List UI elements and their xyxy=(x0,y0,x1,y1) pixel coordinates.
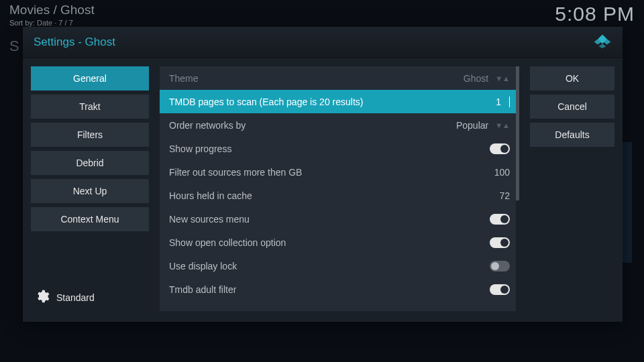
updown-icon: ▼▲ xyxy=(495,121,510,129)
setting-show-progress[interactable]: Show progress xyxy=(160,137,519,160)
setting-label: Order networks by xyxy=(169,120,246,131)
setting-value: Popular xyxy=(456,120,488,131)
setting-label: Hours held in cache xyxy=(169,190,252,201)
category-debrid[interactable]: Debrid xyxy=(31,151,149,175)
toggle-on-icon xyxy=(490,143,510,154)
toggle-on-icon xyxy=(490,237,510,248)
ok-button[interactable]: OK xyxy=(530,66,614,90)
action-buttons: OK Cancel Defaults xyxy=(530,66,614,311)
updown-icon: ▼▲ xyxy=(495,74,510,82)
setting-open-collection[interactable]: Show open collection option xyxy=(160,231,519,254)
settings-list: Theme Ghost ▼▲ TMDB pages to scan (Each … xyxy=(160,66,519,311)
category-next-up[interactable]: Next Up xyxy=(31,179,149,203)
setting-label: Theme xyxy=(169,73,199,84)
setting-label: TMDB pages to scan (Each page is 20 resu… xyxy=(169,97,363,107)
setting-label: New sources menu xyxy=(169,214,250,225)
setting-filter-gb[interactable]: Filter out sources more then GB 100 xyxy=(160,160,519,184)
setting-value: 1 xyxy=(496,97,501,107)
setting-label: Use display lock xyxy=(169,261,237,272)
category-sidebar: General Trakt Filters Debrid Next Up Con… xyxy=(31,66,149,311)
setting-value: 72 xyxy=(499,190,510,201)
setting-label: Show progress xyxy=(169,143,231,154)
breadcrumb: Movies / Ghost xyxy=(9,3,95,17)
category-filters[interactable]: Filters xyxy=(31,123,149,147)
category-trakt[interactable]: Trakt xyxy=(31,95,149,119)
setting-new-sources[interactable]: New sources menu xyxy=(160,207,519,231)
settings-level-label: Standard xyxy=(56,292,95,303)
cancel-button[interactable]: Cancel xyxy=(530,95,614,119)
top-bar: Movies / Ghost Sort by: Date · 7 / 7 5:0… xyxy=(9,3,635,27)
gear-icon xyxy=(35,289,50,306)
setting-tmdb-pages[interactable]: TMDB pages to scan (Each page is 20 resu… xyxy=(160,90,519,113)
setting-value: Ghost xyxy=(464,73,488,84)
setting-adult-filter[interactable]: Tmdb adult filter xyxy=(160,278,519,301)
bg-letter: S xyxy=(9,38,19,55)
toggle-off-icon xyxy=(490,261,510,272)
setting-theme[interactable]: Theme Ghost ▼▲ xyxy=(160,66,519,90)
setting-label: Tmdb adult filter xyxy=(169,284,236,295)
modal-title: Settings - Ghost xyxy=(34,36,115,49)
text-caret xyxy=(509,97,510,107)
modal-body: General Trakt Filters Debrid Next Up Con… xyxy=(23,58,623,322)
kodi-logo-icon xyxy=(593,34,612,51)
toggle-on-icon xyxy=(490,284,510,295)
setting-label: Show open collection option xyxy=(169,237,286,248)
sort-line: Sort by: Date · 7 / 7 xyxy=(9,19,95,27)
category-context-menu[interactable]: Context Menu xyxy=(31,207,149,231)
category-general[interactable]: General xyxy=(31,66,149,90)
defaults-button[interactable]: Defaults xyxy=(530,123,614,147)
clock: 5:08 PM xyxy=(555,3,635,25)
toggle-on-icon xyxy=(490,214,510,225)
settings-modal: Settings - Ghost General Trakt Filters D… xyxy=(23,27,623,322)
setting-label: Filter out sources more then GB xyxy=(169,167,302,178)
modal-header: Settings - Ghost xyxy=(23,27,623,58)
setting-display-lock[interactable]: Use display lock xyxy=(160,254,519,278)
setting-cache-hours[interactable]: Hours held in cache 72 xyxy=(160,184,519,207)
scrollbar-thumb[interactable] xyxy=(516,66,519,200)
settings-level-button[interactable]: Standard xyxy=(31,284,149,311)
scrollbar[interactable] xyxy=(516,66,519,311)
setting-order-networks[interactable]: Order networks by Popular ▼▲ xyxy=(160,113,519,137)
setting-value: 100 xyxy=(494,167,510,178)
